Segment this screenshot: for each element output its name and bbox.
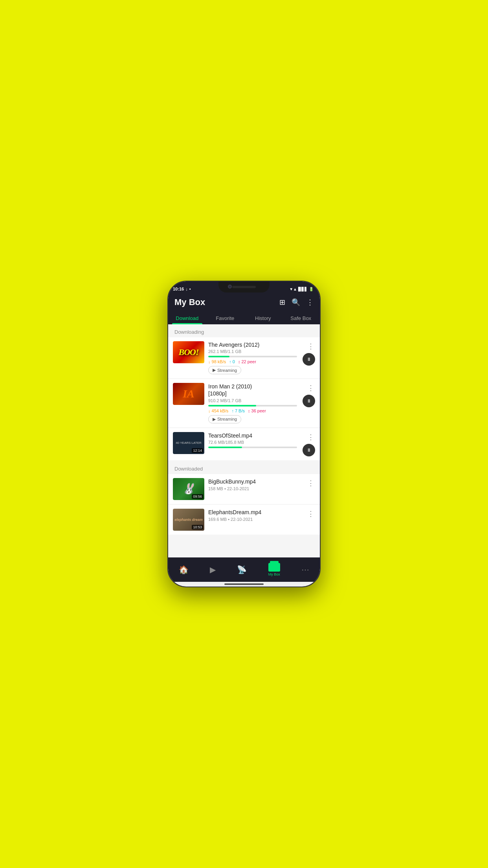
item-right-avengers: ⋮ ⏸ <box>301 341 315 366</box>
speaker <box>232 286 256 288</box>
thumb-duration-bunny: 09:56 <box>192 494 203 499</box>
item-info-elephants: ElephantsDream.mp4 169.6 MB • 22-10-2021 <box>208 509 303 522</box>
thumb-bunny: 🐰 09:56 <box>173 478 204 500</box>
thumb-duration-tears: 12:14 <box>192 448 203 453</box>
content-area: Downloading BOO! The Avengers (2012) 262… <box>168 324 320 557</box>
tab-download[interactable]: Download <box>168 311 206 324</box>
phone-screen: 10:16 ↓ • ▼▲ ▉▊▋ 🔋 My Box ⊞ 🔍 ⋮ Download <box>168 281 320 587</box>
item-right-elephants: ⋮ <box>306 509 315 519</box>
item-name-elephants: ElephantsDream.mp4 <box>208 509 303 516</box>
menu-btn-tears[interactable]: ⋮ <box>306 432 315 442</box>
pause-btn-avengers[interactable]: ⏸ <box>303 353 315 366</box>
status-left: 10:16 ↓ • <box>173 287 191 291</box>
item-name-avengers: The Avengers (2012) <box>208 341 297 348</box>
status-dot: • <box>189 287 191 291</box>
nav-play[interactable]: ▶ <box>210 565 216 574</box>
nav-mybox[interactable]: My Box <box>268 563 280 576</box>
broadcast-icon: 📡 <box>237 565 247 574</box>
downloading-header: Downloading <box>168 324 320 337</box>
nav-mybox-label: My Box <box>268 572 280 576</box>
app-header: My Box ⊞ 🔍 ⋮ <box>168 294 320 311</box>
item-info-bunny: BigBuckBunny.mp4 158 MB • 22-10-2021 <box>208 478 303 491</box>
thumb-tears: 40 YEARS LATER 12:14 <box>173 432 204 454</box>
tab-favorite[interactable]: Favorite <box>206 311 244 324</box>
item-info-tears: TearsOfSteel.mp4 72.6 MB/185.8 MB <box>208 432 297 450</box>
camera <box>228 285 232 289</box>
download-item-avengers: BOO! The Avengers (2012) 262.1 MB/1.1 GB… <box>168 337 320 378</box>
item-info-avengers: The Avengers (2012) 262.1 MB/1.1 GB ↓ 98… <box>208 341 297 374</box>
more-options-icon[interactable]: ⋮ <box>306 298 314 307</box>
header-icons: ⊞ 🔍 ⋮ <box>279 298 314 307</box>
search-icon[interactable]: 🔍 <box>292 298 300 307</box>
tab-safebox[interactable]: Safe Box <box>282 311 320 324</box>
battery-icon: 🔋 <box>309 287 314 291</box>
download-item-ironman: IA Iron Man 2 (2010)[1080p] 910.2 MB/1.7… <box>168 379 320 427</box>
mybox-icon <box>268 563 280 572</box>
progress-bg-ironman <box>208 405 297 406</box>
item-meta-elephants: 169.6 MB • 22-10-2021 <box>208 517 303 522</box>
item-size-avengers: 262.1 MB/1.1 GB <box>208 349 297 354</box>
home-button-bar <box>224 583 264 585</box>
item-name-ironman: Iron Man 2 (2010)[1080p] <box>208 383 297 397</box>
item-size-ironman: 910.2 MB/1.7 GB <box>208 398 297 403</box>
phone-frame: 10:16 ↓ • ▼▲ ▉▊▋ 🔋 My Box ⊞ 🔍 ⋮ Download <box>167 281 321 587</box>
pause-btn-tears[interactable]: ⏸ <box>303 444 315 456</box>
speed-up-avengers: ↑ 0 <box>229 359 235 364</box>
download-item-bunny: 🐰 09:56 BigBuckBunny.mp4 158 MB • 22-10-… <box>168 474 320 504</box>
nav-more[interactable]: ⋯ <box>301 565 309 574</box>
thumb-duration-elephants: 10:53 <box>192 525 203 530</box>
progress-bg-avengers <box>208 356 297 357</box>
peers-avengers: ↕ 22 peer <box>238 359 256 364</box>
speed-up-ironman: ↑ 7 B/s <box>231 408 245 413</box>
nav-broadcast[interactable]: 📡 <box>237 565 247 574</box>
status-time: 10:16 <box>173 287 184 291</box>
item-stats-ironman: ↓ 454 kB/s ↑ 7 B/s ↕ 36 peer <box>208 408 297 413</box>
item-right-ironman: ⋮ ⏸ <box>301 383 315 407</box>
item-name-bunny: BigBuckBunny.mp4 <box>208 478 303 485</box>
menu-btn-elephants[interactable]: ⋮ <box>306 509 315 519</box>
signal-icon: ▉▊▋ <box>298 287 308 291</box>
app-title: My Box <box>174 297 205 307</box>
pause-btn-ironman[interactable]: ⏸ <box>303 395 315 407</box>
nav-home[interactable]: 🏠 <box>179 565 189 574</box>
item-right-tears: ⋮ ⏸ <box>301 432 315 456</box>
thumb-elephants: elephants dream 10:53 <box>173 509 204 531</box>
downloaded-header: Downloaded <box>168 461 320 474</box>
bottom-nav: 🏠 ▶ 📡 My Box ⋯ <box>168 557 320 582</box>
peers-ironman: ↕ 36 peer <box>248 408 266 413</box>
item-size-tears: 72.6 MB/185.8 MB <box>208 440 297 445</box>
streaming-btn-ironman[interactable]: ▶ Streaming <box>208 415 241 423</box>
thumb-ironman: IA <box>173 383 204 405</box>
speed-down-ironman: ↓ 454 kB/s <box>208 408 228 413</box>
item-name-tears: TearsOfSteel.mp4 <box>208 432 297 439</box>
home-icon: 🏠 <box>179 565 189 574</box>
phone-notch <box>218 281 270 292</box>
status-right: ▼▲ ▉▊▋ 🔋 <box>289 287 314 291</box>
wifi-icon: ▼▲ <box>289 287 297 291</box>
speed-down-avengers: ↓ 98 kB/s <box>208 359 226 364</box>
progress-bg-tears <box>208 447 297 448</box>
progress-fill-tears <box>208 447 242 448</box>
tab-bar: Download Favorite History Safe Box <box>168 311 320 324</box>
item-meta-bunny: 158 MB • 22-10-2021 <box>208 486 303 491</box>
item-right-bunny: ⋮ <box>306 478 315 488</box>
streaming-btn-avengers[interactable]: ▶ Streaming <box>208 366 241 374</box>
menu-btn-avengers[interactable]: ⋮ <box>306 341 315 351</box>
menu-btn-bunny[interactable]: ⋮ <box>306 478 315 488</box>
thumb-avengers: BOO! <box>173 341 204 363</box>
download-item-tears: 40 YEARS LATER 12:14 TearsOfSteel.mp4 72… <box>168 428 320 460</box>
play-icon: ▶ <box>210 565 216 574</box>
download-item-elephants: elephants dream 10:53 ElephantsDream.mp4… <box>168 505 320 535</box>
progress-fill-ironman <box>208 405 256 406</box>
progress-fill-avengers <box>208 356 229 357</box>
menu-btn-ironman[interactable]: ⋮ <box>306 383 315 393</box>
tab-history[interactable]: History <box>244 311 282 324</box>
grid-icon[interactable]: ⊞ <box>279 298 285 307</box>
item-info-ironman: Iron Man 2 (2010)[1080p] 910.2 MB/1.7 GB… <box>208 383 297 423</box>
download-indicator: ↓ <box>185 287 188 291</box>
more-icon: ⋯ <box>301 565 309 574</box>
item-stats-avengers: ↓ 98 kB/s ↑ 0 ↕ 22 peer <box>208 359 297 364</box>
